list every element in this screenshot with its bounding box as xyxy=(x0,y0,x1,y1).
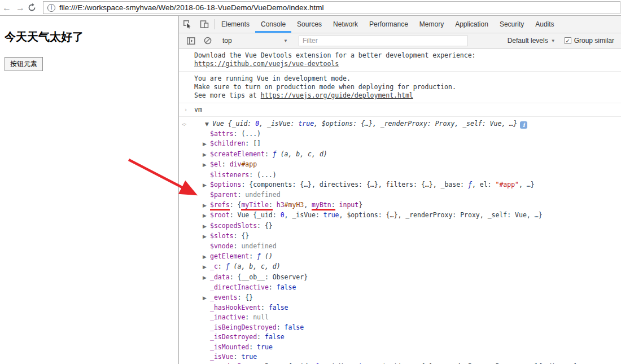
token-i: (a, b, c, d) xyxy=(281,150,327,158)
property-row[interactable]: ▶$createElement: ƒ (a, b, c, d) xyxy=(203,150,621,160)
group-similar-setting[interactable]: ✓ Group similar xyxy=(565,37,614,45)
property-row[interactable]: _directInactive: false xyxy=(203,283,621,292)
tab-network[interactable]: Network xyxy=(327,16,364,33)
devtools-panel: ElementsConsoleSourcesNetworkPerformance… xyxy=(178,16,621,364)
clear-console-icon[interactable] xyxy=(199,37,216,45)
page-button[interactable]: 按钮元素 xyxy=(5,57,43,71)
reload-icon[interactable] xyxy=(27,3,41,12)
token-p: : Vue {_uid: xyxy=(230,211,281,219)
token-p: : xyxy=(234,353,242,361)
expand-arrow-open-icon[interactable]: ▼ xyxy=(205,119,212,129)
expand-arrow-icon[interactable]: ▶ xyxy=(203,262,210,272)
url-bar[interactable]: i file:///E:/workspace-smyhvae/Web/2018-… xyxy=(43,1,620,14)
property-row[interactable]: ▶$refs: {myTitle: h3#myH3, myBtn: input} xyxy=(203,200,621,210)
forward-icon[interactable]: → xyxy=(14,3,27,13)
vue-devtools-hint-icon[interactable]: i xyxy=(520,121,527,129)
chevron-down-icon: ▼ xyxy=(283,38,288,43)
token-i: {_uid: xyxy=(228,120,255,128)
property-row[interactable]: ▶$el: div#app xyxy=(203,160,621,170)
filter-input[interactable] xyxy=(299,36,468,46)
tab-security[interactable]: Security xyxy=(494,16,530,33)
property-row[interactable]: $listeners: (...) xyxy=(203,170,621,180)
expand-arrow-icon[interactable]: ▶ xyxy=(203,232,210,242)
token-k: $createElement xyxy=(210,150,265,158)
property-row[interactable]: _isBeingDestroyed: false xyxy=(203,323,621,332)
vue-devtools-link[interactable]: https://github.com/vuejs/vue-devtools xyxy=(194,60,339,68)
result-icon: <· xyxy=(182,120,186,130)
tab-sources[interactable]: Sources xyxy=(291,16,327,33)
token-k: $vnode xyxy=(210,242,234,250)
property-row[interactable]: _hasHookEvent: false xyxy=(203,303,621,313)
rendered-page: 今天天气太好了 按钮元素 xyxy=(0,16,178,364)
expand-arrow-icon[interactable]: ▶ xyxy=(203,211,210,221)
token-p: : xyxy=(265,150,273,158)
property-row[interactable]: $parent: undefined xyxy=(203,190,621,200)
console-input-echo: › vm xyxy=(179,103,621,117)
token-k: $slots xyxy=(210,232,234,240)
expand-arrow-icon[interactable]: ▶ xyxy=(203,150,210,160)
token-k: _isVue xyxy=(210,353,234,361)
token-k: _isBeingDestroyed xyxy=(210,323,277,331)
tab-elements[interactable]: Elements xyxy=(216,16,255,33)
token-f: ƒ xyxy=(273,150,281,158)
deployment-guide-link[interactable]: https://vuejs.org/guide/deployment.html xyxy=(261,91,413,99)
expand-arrow-icon[interactable]: ▶ xyxy=(203,222,210,231)
inspect-element-icon[interactable] xyxy=(179,16,196,33)
expand-arrow-icon[interactable]: ▶ xyxy=(203,139,210,149)
tab-memory[interactable]: Memory xyxy=(414,16,449,33)
token-p: , el: xyxy=(472,181,496,188)
property-row[interactable]: ▶$slots: {} xyxy=(203,231,621,242)
property-row[interactable]: _isMounted: true xyxy=(203,343,621,352)
property-row[interactable]: _isDestroyed: false xyxy=(203,332,621,342)
expand-arrow-icon[interactable]: ▶ xyxy=(203,160,210,170)
expand-arrow-icon[interactable]: ▶ xyxy=(203,181,210,190)
token-p: : {__ob__: Observer} xyxy=(230,273,308,281)
tab-audits[interactable]: Audits xyxy=(530,16,559,33)
execution-context-selector[interactable]: top ▼ xyxy=(219,37,291,45)
property-row[interactable]: ▶_renderProxy: Proxy {_uid: 0, _isVue: t… xyxy=(203,362,621,364)
token-k: $listeners xyxy=(210,171,249,179)
url-text[interactable]: file:///E:/workspace-smyhvae/Web/2018-06… xyxy=(59,3,323,12)
page-info-icon[interactable]: i xyxy=(47,4,55,12)
property-row[interactable]: _inactive: null xyxy=(203,313,621,322)
input-echo-text: vm xyxy=(194,106,202,113)
property-row[interactable]: ▶$options: {components: {…}, directives:… xyxy=(203,180,621,190)
property-row[interactable]: ▶_events: {} xyxy=(203,293,621,303)
expand-arrow-icon[interactable]: ▶ xyxy=(203,201,210,210)
tab-performance[interactable]: Performance xyxy=(364,16,414,33)
token-p: : (...) xyxy=(234,130,261,138)
token-p: : {} xyxy=(237,293,253,301)
token-i: Vue xyxy=(212,120,228,128)
console-output[interactable]: Download the Vue Devtools extension for … xyxy=(179,49,621,364)
expand-arrow-icon[interactable]: ▶ xyxy=(203,273,210,283)
token-i: () xyxy=(265,252,273,260)
token-p: : xyxy=(245,313,253,321)
group-similar-label: Group similar xyxy=(574,37,614,45)
property-row[interactable]: ▶$root: Vue {_uid: 0, _isVue: true, $opt… xyxy=(203,210,621,221)
token-k: $scopedSlots xyxy=(210,222,257,230)
token-p xyxy=(273,201,277,209)
tab-application[interactable]: Application xyxy=(449,16,494,33)
property-row[interactable]: ▶getElement: ƒ () xyxy=(203,252,621,262)
device-toolbar-icon[interactable] xyxy=(196,16,213,33)
token-b: true xyxy=(241,353,257,361)
log-levels-dropdown[interactable]: Default levels ▼ xyxy=(508,37,556,45)
property-row[interactable]: $attrs: (...) xyxy=(203,129,621,139)
property-row[interactable]: _isVue: true xyxy=(203,352,621,362)
property-row[interactable]: ▶_data: {__ob__: Observer} xyxy=(203,273,621,283)
property-row[interactable]: ▶$scopedSlots: {} xyxy=(203,221,621,231)
expand-arrow-icon[interactable]: ▶ xyxy=(203,252,210,262)
console-sidebar-toggle-icon[interactable] xyxy=(182,37,199,45)
expand-arrow-icon[interactable]: ▶ xyxy=(203,293,210,303)
token-s: "#app" xyxy=(495,181,519,188)
token-p: , $options: {…}, _renderProxy: Proxy, _s… xyxy=(339,211,543,219)
checkbox-checked-icon[interactable]: ✓ xyxy=(565,37,571,44)
property-row[interactable]: $vnode: undefined xyxy=(203,242,621,251)
back-icon[interactable]: ← xyxy=(0,3,14,13)
property-row[interactable]: ▶_c: ƒ (a, b, c, d) xyxy=(203,262,621,272)
chevron-down-icon: ▼ xyxy=(551,38,556,43)
token-k: getElement xyxy=(210,252,249,260)
vue-object-preview[interactable]: <· ▼Vue {_uid: 0, _isVue: true, $options… xyxy=(179,119,621,129)
tab-console[interactable]: Console xyxy=(255,16,291,33)
property-row[interactable]: ▶$children: [] xyxy=(203,139,621,149)
